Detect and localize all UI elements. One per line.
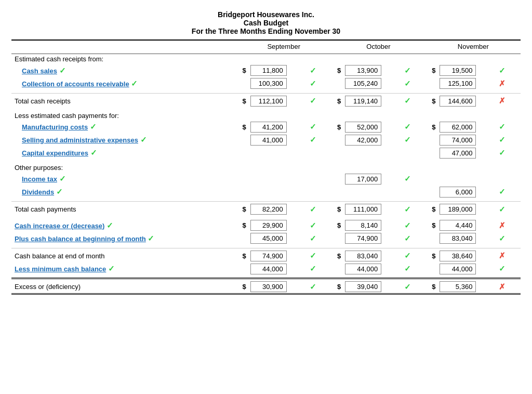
capital-sep-val — [248, 147, 308, 160]
report-subtitle: For the Three Months Ending November 30 — [11, 27, 521, 35]
total-receipts-sep-val[interactable]: 112,100 — [248, 93, 308, 108]
cash-sales-oct-val[interactable]: 13,900 — [343, 64, 402, 77]
mfg-sep-dollar: $ — [236, 121, 248, 134]
less-min-nov-check: ✓ — [497, 262, 521, 275]
total-payments-sep-dollar: $ — [236, 202, 248, 216]
row-income-tax: Income tax ✓ 17,000 ✓ — [11, 173, 521, 186]
dividends-label: Dividends ✓ — [11, 186, 236, 199]
less-min-nov-val[interactable]: 44,000 — [437, 262, 497, 275]
capital-exp-link[interactable]: Capital expenditures — [22, 149, 88, 157]
excess-nov-val[interactable]: 5,360 — [437, 279, 497, 294]
cash-inc-nov-val[interactable]: 4,440 — [437, 219, 497, 232]
capital-nov-val[interactable]: 47,000 — [437, 147, 497, 160]
collection-ar-sep-val[interactable]: 100,300 — [248, 77, 308, 90]
row-plus-cash-balance: Plus cash balance at beginning of month … — [11, 232, 521, 245]
report-title: Cash Budget — [11, 19, 521, 27]
mfg-sep-val[interactable]: 41,200 — [248, 121, 308, 134]
less-min-oct-val[interactable]: 44,000 — [343, 262, 402, 275]
total-receipts-nov-val[interactable]: 144,600 — [437, 93, 497, 108]
cash-sales-link[interactable]: Cash sales — [22, 67, 57, 75]
selling-oct-check: ✓ — [402, 134, 426, 147]
less-min-heading-check: ✓ — [108, 264, 115, 273]
total-payments-nov-dollar: $ — [426, 202, 438, 216]
cash-inc-oct-check: ✓ — [402, 219, 426, 232]
collection-ar-heading-check: ✓ — [131, 79, 138, 88]
income-tax-link[interactable]: Income tax — [22, 175, 57, 183]
selling-nov-val[interactable]: 74,000 — [437, 134, 497, 147]
total-receipts-oct-check: ✓ — [402, 93, 426, 108]
total-payments-nov-val[interactable]: 189,000 — [437, 202, 497, 216]
cash-end-sep-check: ✓ — [308, 248, 331, 262]
plus-cash-balance-link[interactable]: Plus cash balance at beginning of month — [15, 235, 146, 243]
cash-end-oct-dollar: $ — [331, 248, 343, 262]
collection-ar-nov-val[interactable]: 125,100 — [437, 77, 497, 90]
capital-oct-val — [343, 147, 402, 160]
cash-sales-sep-val[interactable]: 11,800 — [248, 64, 308, 77]
mfg-oct-val[interactable]: 52,000 — [343, 121, 402, 134]
excess-sep-val[interactable]: 30,900 — [248, 279, 308, 294]
total-payments-oct-val[interactable]: 111,000 — [343, 202, 402, 216]
plus-cash-nov-val[interactable]: 83,040 — [437, 232, 497, 245]
row-collection-ar: Collection of accounts receivable ✓ 100,… — [11, 77, 521, 90]
collection-ar-oct-val[interactable]: 105,240 — [343, 77, 402, 90]
selling-sep-val[interactable]: 41,000 — [248, 134, 308, 147]
collection-ar-oct-check: ✓ — [402, 77, 426, 90]
cash-inc-sep-val[interactable]: 29,900 — [248, 219, 308, 232]
cash-inc-oct-val[interactable]: 8,140 — [343, 219, 402, 232]
total-payments-sep-check: ✓ — [308, 202, 331, 216]
total-receipts-oct-val[interactable]: 119,140 — [343, 93, 402, 108]
row-dividends: Dividends ✓ 6,000 ✓ — [11, 186, 521, 199]
capital-exp-label: Capital expenditures ✓ — [11, 147, 236, 160]
less-min-sep-val[interactable]: 44,000 — [248, 262, 308, 275]
dividends-nov-val[interactable]: 6,000 — [437, 186, 497, 199]
cash-end-sep-val[interactable]: 74,900 — [248, 248, 308, 262]
mfg-oct-dollar: $ — [331, 121, 343, 134]
selling-oct-val[interactable]: 42,000 — [343, 134, 402, 147]
excess-oct-val[interactable]: 39,040 — [343, 279, 402, 294]
cash-inc-sep-dollar: $ — [236, 219, 248, 232]
cash-end-nov-val[interactable]: 38,640 — [437, 248, 497, 262]
dividends-link[interactable]: Dividends — [22, 188, 54, 196]
total-receipts-oct-dollar: $ — [331, 93, 343, 108]
collection-ar-link[interactable]: Collection of accounts receivable — [22, 80, 129, 88]
manufacturing-costs-link[interactable]: Manufacturing costs — [22, 123, 88, 131]
total-cash-payments-label: Total cash payments — [11, 202, 236, 216]
row-selling-admin: Selling and administrative expenses ✓ 41… — [11, 134, 521, 147]
less-min-cash-label: Less minimum cash balance ✓ — [11, 262, 236, 275]
cash-increase-link[interactable]: Cash increase or (decrease) — [15, 222, 104, 230]
plus-cash-oct-val[interactable]: 74,900 — [343, 232, 402, 245]
cash-end-oct-val[interactable]: 83,040 — [343, 248, 402, 262]
row-estimated-receipts-heading: Estimated cash receipts from: — [11, 54, 521, 64]
plus-cash-sep-check: ✓ — [308, 232, 331, 245]
mfg-nov-val[interactable]: 62,000 — [437, 121, 497, 134]
page: Bridgeport Housewares Inc. Cash Budget F… — [11, 10, 521, 295]
november-header: November — [426, 43, 521, 54]
manufacturing-costs-label: Manufacturing costs ✓ — [11, 121, 236, 134]
excess-oct-dollar: $ — [331, 279, 343, 294]
other-purposes-label: Other purposes: — [11, 163, 236, 173]
plus-cash-sep-val[interactable]: 45,000 — [248, 232, 308, 245]
excess-label: Excess or (deficiency) — [11, 279, 236, 294]
estimated-receipts-label: Estimated cash receipts from: — [11, 54, 236, 64]
cash-sales-oct-dollar: $ — [331, 64, 343, 77]
collection-ar-label: Collection of accounts receivable ✓ — [11, 77, 236, 90]
label-col-header — [11, 43, 236, 54]
total-cash-receipts-label: Total cash receipts — [11, 93, 236, 108]
excess-nov-cross: ✗ — [497, 279, 521, 294]
september-header: September — [236, 43, 331, 54]
cash-inc-oct-dollar: $ — [331, 219, 343, 232]
income-tax-oct-val[interactable]: 17,000 — [343, 173, 402, 186]
total-payments-sep-val[interactable]: 82,200 — [248, 202, 308, 216]
cash-end-nov-cross: ✗ — [497, 248, 521, 262]
selling-admin-link[interactable]: Selling and administrative expenses — [22, 136, 138, 144]
less-min-cash-link[interactable]: Less minimum cash balance — [15, 265, 106, 273]
plus-cash-nov-check: ✓ — [497, 232, 521, 245]
cash-sales-nov-val[interactable]: 19,500 — [437, 64, 497, 77]
cash-end-sep-dollar: $ — [236, 248, 248, 262]
capital-nov-check: ✓ — [497, 147, 521, 160]
mfg-oct-check: ✓ — [402, 121, 426, 134]
total-receipts-nov-cross: ✗ — [497, 93, 521, 108]
company-name: Bridgeport Housewares Inc. — [11, 10, 521, 19]
dividends-oct-val — [343, 186, 402, 199]
selling-nov-check: ✓ — [497, 134, 521, 147]
